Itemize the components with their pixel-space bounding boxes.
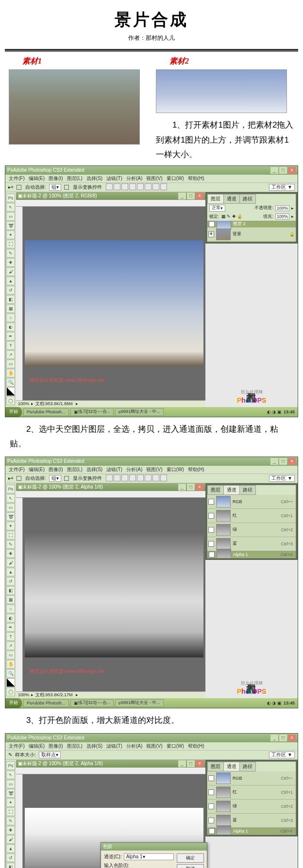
- doc-minimize[interactable]: _: [178, 760, 186, 767]
- auto-select-dropdown[interactable]: 组 ▾: [49, 184, 61, 191]
- auto-select-checkbox[interactable]: [17, 476, 21, 481]
- channel-dropdown[interactable]: Alpha 1 ▾: [124, 853, 174, 860]
- gradient-tool[interactable]: ▦: [6, 595, 15, 604]
- menu-layer[interactable]: 图层(L): [66, 466, 84, 473]
- minimize-button[interactable]: _: [270, 735, 278, 741]
- doc-maximize[interactable]: □: [187, 760, 195, 767]
- layer-row[interactable]: 👁 背景 🔒: [207, 228, 296, 242]
- menu-select[interactable]: 选择(S): [85, 175, 104, 182]
- taskbar-button[interactable]: Ps Adobe Photosh...: [23, 408, 69, 416]
- visibility-icon[interactable]: [208, 803, 214, 809]
- menu-edit[interactable]: 编辑(E): [27, 175, 46, 182]
- menu-select[interactable]: 选择(S): [85, 743, 104, 750]
- zoom-tool[interactable]: 🔍: [6, 669, 15, 678]
- menu-window[interactable]: 窗口(W): [165, 743, 185, 750]
- hand-tool[interactable]: ✋: [6, 660, 15, 669]
- transform-checkbox[interactable]: [64, 476, 69, 481]
- shape-tool[interactable]: ▭: [6, 360, 15, 368]
- zoom-level[interactable]: 100%: [18, 692, 29, 697]
- tab-channels[interactable]: 通道: [223, 194, 240, 204]
- menu-help[interactable]: 帮助(H): [186, 743, 206, 750]
- move-tool[interactable]: ↖: [6, 203, 15, 212]
- menu-help[interactable]: 帮助(H): [186, 466, 206, 473]
- taskbar-button[interactable]: ▣ 练习[323]----合...: [70, 408, 114, 416]
- brush-tool[interactable]: 🖌: [6, 835, 15, 844]
- align-buttons[interactable]: [105, 183, 167, 191]
- channel-row[interactable]: 👁Alpha 1Ctrl+4: [207, 551, 296, 558]
- lasso-tool[interactable]: ➰: [6, 221, 15, 230]
- menu-analysis[interactable]: 分析(A): [125, 175, 144, 182]
- taskbar-button[interactable]: ▣ 练习[323]----合...: [70, 699, 114, 707]
- canvas[interactable]: 色阶 通道(C): Alpha 1 ▾ 输入色阶(I):: [23, 774, 205, 868]
- blend-mode-dropdown[interactable]: 正常 ▾: [209, 205, 225, 212]
- menu-file[interactable]: 文件(F): [7, 466, 26, 473]
- healing-tool[interactable]: ✚: [6, 826, 15, 835]
- menu-view[interactable]: 视图(V): [145, 466, 164, 473]
- marquee-tool[interactable]: ▭: [6, 503, 15, 512]
- menu-filter[interactable]: 滤镜(T): [105, 466, 124, 473]
- workspace-dropdown[interactable]: 工作区 ▼: [269, 475, 295, 482]
- path-tool[interactable]: ↗: [6, 350, 15, 359]
- tab-layers[interactable]: 图层: [207, 194, 224, 204]
- doc-close[interactable]: ×: [196, 484, 203, 491]
- wand-tool[interactable]: ✦: [6, 798, 15, 807]
- quickmask-toggle[interactable]: ◯: [6, 688, 15, 696]
- sample-size-dropdown[interactable]: 取样点 ▾: [39, 752, 61, 758]
- eyedropper-tool-icon[interactable]: ✎: [8, 752, 12, 757]
- menu-filter[interactable]: 滤镜(T): [105, 175, 124, 182]
- gradient-tool[interactable]: ▦: [6, 304, 15, 313]
- visibility-icon[interactable]: [208, 789, 214, 795]
- quickmask-toggle[interactable]: ◯: [6, 396, 15, 405]
- pen-tool[interactable]: ✒: [6, 623, 15, 632]
- doc-close[interactable]: ×: [196, 193, 203, 199]
- menu-view[interactable]: 视图(V): [145, 743, 164, 750]
- eraser-tool[interactable]: ◧: [6, 295, 15, 304]
- wand-tool[interactable]: ✦: [6, 522, 15, 530]
- move-tool-icon[interactable]: ▸+: [8, 184, 14, 190]
- lasso-tool[interactable]: ➰: [6, 512, 15, 521]
- hand-tool[interactable]: ✋: [6, 369, 15, 377]
- tab-paths[interactable]: 路径: [239, 194, 256, 204]
- visibility-icon[interactable]: [208, 541, 214, 547]
- wand-tool[interactable]: ✦: [6, 230, 15, 239]
- system-tray[interactable]: ◐ ◑ ▣ 13:45: [264, 409, 298, 414]
- channel-row[interactable]: RGBCtrl+~: [207, 495, 296, 509]
- close-button[interactable]: ×: [288, 458, 296, 465]
- menu-layer[interactable]: 图层(L): [66, 175, 84, 182]
- menu-analysis[interactable]: 分析(A): [125, 466, 144, 473]
- canvas[interactable]: 网页设计师联盟 www.68design.net: [23, 498, 205, 691]
- menu-edit[interactable]: 编辑(E): [27, 466, 46, 473]
- crop-tool[interactable]: ⛶: [6, 240, 15, 248]
- maximize-button[interactable]: □: [279, 458, 287, 465]
- opacity-value[interactable]: 100%: [275, 205, 289, 211]
- lock-icons[interactable]: ▦ ✎ ✚ 🔒: [221, 214, 243, 219]
- tab-channels[interactable]: 通道: [223, 485, 240, 495]
- blur-tool[interactable]: ○: [6, 313, 15, 322]
- close-button[interactable]: ×: [288, 167, 296, 174]
- workspace-dropdown[interactable]: 工作区 ▼: [269, 752, 295, 758]
- fill-value[interactable]: 100%: [275, 213, 289, 219]
- menu-window[interactable]: 窗口(W): [165, 466, 185, 473]
- minimize-button[interactable]: _: [270, 458, 278, 465]
- visibility-icon[interactable]: [208, 499, 214, 505]
- eyedropper-tool[interactable]: ✎: [6, 817, 15, 825]
- tab-paths[interactable]: 路径: [239, 485, 256, 495]
- history-brush-tool[interactable]: ↺: [6, 286, 15, 295]
- path-tool[interactable]: ↗: [6, 641, 15, 650]
- move-tool[interactable]: ↖: [6, 494, 15, 503]
- menu-help[interactable]: 帮助(H): [186, 175, 206, 182]
- visibility-icon[interactable]: [208, 527, 214, 533]
- menu-file[interactable]: 文件(F): [7, 743, 26, 750]
- workspace-dropdown[interactable]: 工作区 ▼: [269, 184, 295, 191]
- start-button[interactable]: 开始: [5, 698, 22, 708]
- stamp-tool[interactable]: ▲: [6, 844, 15, 853]
- healing-tool[interactable]: ✚: [6, 549, 15, 558]
- menu-view[interactable]: 视图(V): [145, 175, 164, 182]
- menu-image[interactable]: 图像(I): [47, 466, 64, 473]
- visibility-icon[interactable]: [208, 818, 214, 823]
- canvas[interactable]: 网页设计师联盟 www.68design.net: [23, 207, 205, 400]
- history-brush-tool[interactable]: ↺: [6, 853, 15, 862]
- auto-select-dropdown[interactable]: 组 ▾: [49, 475, 61, 482]
- marquee-tool[interactable]: ▭: [6, 780, 15, 788]
- taskbar-button[interactable]: Ps Adobe Photosh...: [23, 699, 69, 707]
